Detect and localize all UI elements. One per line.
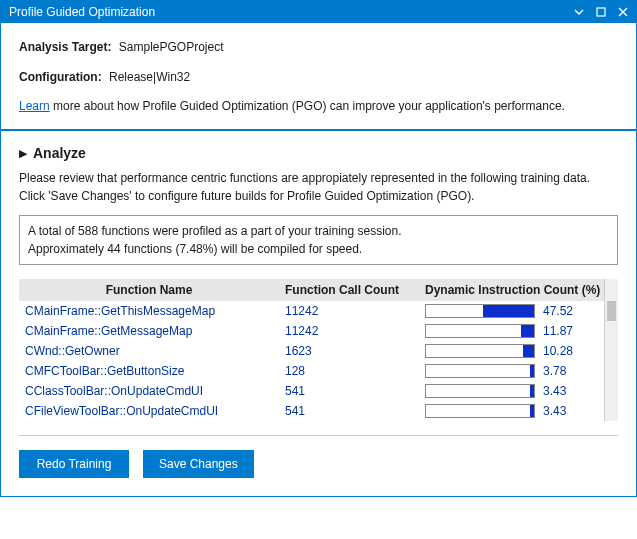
pgo-panel: Profile Guided Optimization Analysis Tar… — [0, 0, 637, 497]
col-function-name[interactable]: Function Name — [19, 279, 279, 301]
functions-table: Function Name Function Call Count Dynami… — [19, 279, 618, 421]
analyze-section: ▶ Analyze Please review that performance… — [1, 131, 636, 496]
cell-dyn-instr: 3.78 — [419, 361, 618, 381]
cell-call-count: 1623 — [279, 341, 419, 361]
learn-link[interactable]: Learn — [19, 99, 50, 113]
learn-more-row: Learn more about how Profile Guided Opti… — [19, 97, 618, 115]
actions-row: Redo Training Save Changes — [19, 450, 618, 478]
cell-dyn-instr: 3.43 — [419, 381, 618, 401]
titlebar: Profile Guided Optimization — [1, 1, 636, 23]
table-row[interactable]: CClassToolBar::OnUpdateCmdUI5413.43 — [19, 381, 618, 401]
analyze-title: Analyze — [33, 145, 86, 161]
cell-function-name: CMainFrame::GetThisMessageMap — [19, 301, 279, 321]
table-row[interactable]: CMainFrame::GetThisMessageMap1124247.52 — [19, 301, 618, 321]
table-header-row: Function Name Function Call Count Dynami… — [19, 279, 618, 301]
cell-function-name: CFileViewToolBar::OnUpdateCmdUI — [19, 401, 279, 421]
configuration-label: Configuration: — [19, 67, 102, 87]
scrollbar[interactable] — [604, 279, 618, 421]
cell-function-name: CMainFrame::GetMessageMap — [19, 321, 279, 341]
separator — [19, 435, 618, 436]
cell-dyn-instr: 10.28 — [419, 341, 618, 361]
dyn-value: 3.78 — [543, 364, 583, 378]
col-call-count[interactable]: Function Call Count — [279, 279, 419, 301]
dyn-bar — [425, 324, 535, 338]
analysis-target-label: Analysis Target: — [19, 37, 111, 57]
dropdown-icon[interactable] — [570, 3, 588, 21]
cell-dyn-instr: 11.87 — [419, 321, 618, 341]
cell-dyn-instr: 3.43 — [419, 401, 618, 421]
cell-call-count: 128 — [279, 361, 419, 381]
titlebar-buttons — [570, 3, 632, 21]
table-row[interactable]: CWnd::GetOwner162310.28 — [19, 341, 618, 361]
cell-call-count: 11242 — [279, 301, 419, 321]
chevron-right-icon: ▶ — [19, 147, 27, 160]
redo-training-button[interactable]: Redo Training — [19, 450, 129, 478]
svg-rect-0 — [597, 8, 605, 16]
scrollbar-thumb[interactable] — [607, 301, 616, 321]
configuration-row: Configuration: Release|Win32 — [19, 67, 618, 87]
cell-function-name: CMFCToolBar::GetButtonSize — [19, 361, 279, 381]
dyn-value: 10.28 — [543, 344, 583, 358]
dyn-value: 11.87 — [543, 324, 583, 338]
maximize-icon[interactable] — [592, 3, 610, 21]
table-row[interactable]: CMainFrame::GetMessageMap1124211.87 — [19, 321, 618, 341]
save-changes-button[interactable]: Save Changes — [143, 450, 254, 478]
close-icon[interactable] — [614, 3, 632, 21]
cell-dyn-instr: 47.52 — [419, 301, 618, 321]
summary-line1: A total of 588 functions were profiled a… — [28, 222, 609, 240]
cell-function-name: CWnd::GetOwner — [19, 341, 279, 361]
learn-text: more about how Profile Guided Optimizati… — [50, 99, 565, 113]
analysis-target-row: Analysis Target: SamplePGOProject — [19, 37, 618, 57]
summary-line2: Approximately 44 functions (7.48%) will … — [28, 240, 609, 258]
functions-table-wrap: Function Name Function Call Count Dynami… — [19, 279, 618, 421]
titlebar-title: Profile Guided Optimization — [9, 5, 570, 19]
analyze-desc1: Please review that performance centric f… — [19, 169, 618, 187]
table-row[interactable]: CMFCToolBar::GetButtonSize1283.78 — [19, 361, 618, 381]
dyn-bar — [425, 404, 535, 418]
dyn-bar — [425, 304, 535, 318]
dyn-bar — [425, 384, 535, 398]
dyn-value: 47.52 — [543, 304, 583, 318]
col-dyn-instr[interactable]: Dynamic Instruction Count (%) — [419, 279, 618, 301]
configuration-value: Release|Win32 — [109, 70, 190, 84]
table-row[interactable]: CFileViewToolBar::OnUpdateCmdUI5413.43 — [19, 401, 618, 421]
cell-call-count: 11242 — [279, 321, 419, 341]
dyn-value: 3.43 — [543, 404, 583, 418]
dyn-bar — [425, 364, 535, 378]
dyn-bar — [425, 344, 535, 358]
analysis-target-value: SamplePGOProject — [119, 40, 224, 54]
cell-function-name: CClassToolBar::OnUpdateCmdUI — [19, 381, 279, 401]
cell-call-count: 541 — [279, 381, 419, 401]
analyze-header[interactable]: ▶ Analyze — [19, 145, 618, 161]
header-section: Analysis Target: SamplePGOProject Config… — [1, 23, 636, 131]
cell-call-count: 541 — [279, 401, 419, 421]
analyze-desc2: Click 'Save Changes' to configure future… — [19, 187, 618, 205]
dyn-value: 3.43 — [543, 384, 583, 398]
summary-box: A total of 588 functions were profiled a… — [19, 215, 618, 265]
